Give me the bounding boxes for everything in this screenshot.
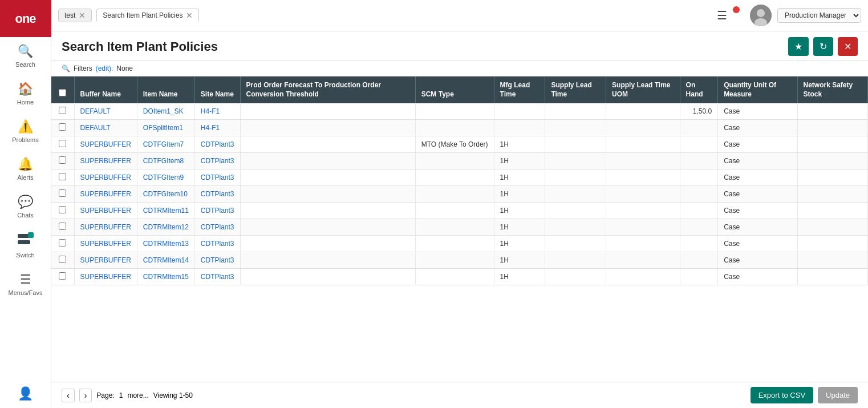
sidebar-item-switch[interactable]: Switch — [0, 225, 51, 265]
row-checkbox-cell[interactable] — [51, 219, 74, 236]
select-all-checkbox[interactable] — [59, 89, 66, 96]
row-site-name[interactable]: CDTPlant3 — [194, 153, 240, 169]
row-site-name[interactable]: H4-F1 — [194, 120, 240, 136]
row-buffer-name[interactable]: SUPERBUFFER — [74, 252, 137, 269]
row-on-hand — [680, 252, 718, 269]
row-checkbox-cell[interactable] — [51, 169, 74, 186]
row-site-name[interactable]: CDTPlant3 — [194, 269, 240, 285]
row-checkbox[interactable] — [59, 189, 66, 197]
update-button[interactable]: Update — [818, 387, 858, 403]
col-header-supply-lead-time: Supply Lead Time — [545, 76, 606, 103]
row-buffer-name[interactable]: DEFAULT — [74, 120, 137, 136]
row-buffer-name[interactable]: SUPERBUFFER — [74, 219, 137, 236]
row-item-name[interactable]: CDTRMItem11 — [137, 203, 194, 219]
row-item-name[interactable]: DOItem1_SK — [137, 103, 194, 120]
refresh-button[interactable]: ↻ — [813, 37, 833, 56]
row-buffer-name[interactable]: SUPERBUFFER — [74, 269, 137, 285]
row-on-hand: 1,50.0 — [680, 103, 718, 120]
close-button[interactable]: ✕ — [838, 37, 858, 56]
row-checkbox-cell[interactable] — [51, 269, 74, 285]
row-buffer-name[interactable]: SUPERBUFFER — [74, 153, 137, 169]
row-buffer-name[interactable]: DEFAULT — [74, 103, 137, 120]
col-header-checkbox[interactable] — [51, 76, 74, 103]
row-checkbox-cell[interactable] — [51, 120, 74, 136]
row-site-name[interactable]: CDTPlant3 — [194, 136, 240, 153]
row-checkbox[interactable] — [59, 140, 66, 147]
row-buffer-name[interactable]: SUPERBUFFER — [74, 203, 137, 219]
row-item-name[interactable]: CDTRMItem14 — [137, 252, 194, 269]
tab-search-policies[interactable]: Search Item Plant Policies ✕ — [96, 9, 199, 22]
row-checkbox-cell[interactable] — [51, 136, 74, 153]
table-footer: ‹ › Page: 1 more... Viewing 1-50 Export … — [51, 382, 868, 408]
row-site-name[interactable]: CDTPlant3 — [194, 219, 240, 236]
row-network-safety-stock — [797, 203, 868, 219]
sidebar: one 🔍 Search 🏠 Home ⚠️ Problems 🔔 Alerts… — [0, 0, 51, 408]
row-item-name[interactable]: CDTFGItem9 — [137, 169, 194, 186]
hamburger-menu-button[interactable]: ☰ — [712, 6, 732, 25]
filters-edit-link[interactable]: (edit): — [96, 64, 113, 72]
export-csv-button[interactable]: Export to CSV — [751, 387, 813, 403]
row-checkbox[interactable] — [59, 123, 66, 131]
row-item-name[interactable]: CDTFGItem10 — [137, 186, 194, 203]
row-site-name[interactable]: CDTPlant3 — [194, 169, 240, 186]
row-buffer-name[interactable]: SUPERBUFFER — [74, 136, 137, 153]
row-checkbox-cell[interactable] — [51, 103, 74, 120]
row-checkbox-cell[interactable] — [51, 203, 74, 219]
row-site-name[interactable]: H4-F1 — [194, 103, 240, 120]
row-item-name[interactable]: CDTFGItem8 — [137, 153, 194, 169]
row-site-name[interactable]: CDTPlant3 — [194, 186, 240, 203]
user-role-select[interactable]: Production Manager — [777, 8, 861, 23]
row-buffer-name[interactable]: SUPERBUFFER — [74, 186, 137, 203]
search-icon: 🔍 — [18, 44, 33, 59]
row-checkbox-cell[interactable] — [51, 186, 74, 203]
table-container[interactable]: Buffer Name Item Name Site Name Prod Ord… — [51, 76, 868, 382]
app-logo[interactable]: one — [0, 0, 51, 37]
row-item-name[interactable]: CDTFGItem7 — [137, 136, 194, 153]
row-supply-lead-time-uom — [606, 252, 680, 269]
row-checkbox-cell[interactable] — [51, 252, 74, 269]
notification-dot — [733, 6, 740, 13]
sidebar-item-chats[interactable]: 💬 Chats — [0, 188, 51, 225]
row-network-safety-stock — [797, 236, 868, 252]
tab-test[interactable]: test ✕ — [58, 9, 92, 22]
sidebar-item-alerts[interactable]: 🔔 Alerts — [0, 150, 51, 188]
row-site-name[interactable]: CDTPlant3 — [194, 203, 240, 219]
row-checkbox[interactable] — [59, 206, 66, 213]
row-quantity-uom: Case — [718, 120, 797, 136]
star-button[interactable]: ★ — [788, 37, 809, 56]
row-checkbox[interactable] — [59, 156, 66, 164]
row-checkbox[interactable] — [59, 173, 66, 180]
row-network-safety-stock — [797, 136, 868, 153]
sidebar-item-home[interactable]: 🏠 Home — [0, 75, 51, 112]
row-mfg-lead-time: 1H — [494, 136, 545, 153]
row-site-name[interactable]: CDTPlant3 — [194, 236, 240, 252]
sidebar-item-problems[interactable]: ⚠️ Problems — [0, 112, 51, 150]
row-prod-order-forecast — [240, 136, 415, 153]
row-item-name[interactable]: CDTRMItem12 — [137, 219, 194, 236]
row-checkbox-cell[interactable] — [51, 153, 74, 169]
sidebar-item-search[interactable]: 🔍 Search — [0, 37, 51, 75]
row-supply-lead-time — [545, 186, 606, 203]
page-label: Page: — [96, 391, 114, 399]
next-page-button[interactable]: › — [79, 389, 92, 402]
sidebar-item-profile[interactable]: 👤 — [0, 379, 51, 408]
row-item-name[interactable]: OFSplitItem1 — [137, 120, 194, 136]
tab-search-policies-close[interactable]: ✕ — [186, 11, 193, 19]
row-buffer-name[interactable]: SUPERBUFFER — [74, 236, 137, 252]
row-item-name[interactable]: CDTRMItem13 — [137, 236, 194, 252]
row-checkbox[interactable] — [59, 107, 66, 114]
row-checkbox[interactable] — [59, 272, 66, 280]
row-supply-lead-time — [545, 269, 606, 285]
row-item-name[interactable]: CDTRMItem15 — [137, 269, 194, 285]
row-checkbox[interactable] — [59, 239, 66, 247]
tab-test-close[interactable]: ✕ — [79, 11, 86, 19]
row-site-name[interactable]: CDTPlant3 — [194, 252, 240, 269]
row-checkbox-cell[interactable] — [51, 236, 74, 252]
row-checkbox[interactable] — [59, 256, 66, 263]
row-supply-lead-time-uom — [606, 203, 680, 219]
row-checkbox[interactable] — [59, 223, 66, 230]
row-buffer-name[interactable]: SUPERBUFFER — [74, 169, 137, 186]
prev-page-button[interactable]: ‹ — [62, 389, 75, 402]
sidebar-item-menus[interactable]: ☰ Menus/Favs — [0, 265, 51, 303]
row-network-safety-stock — [797, 169, 868, 186]
